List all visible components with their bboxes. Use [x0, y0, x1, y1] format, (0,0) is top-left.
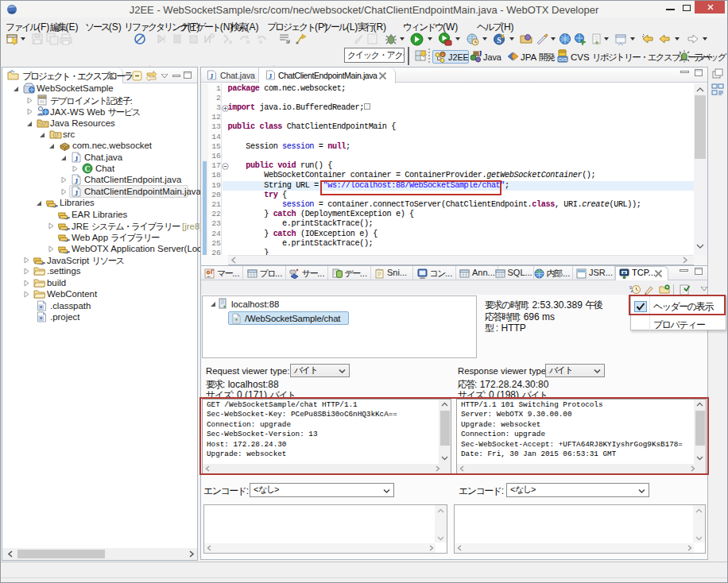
svg-text:0: 0 — [629, 285, 632, 290]
svg-text:C: C — [85, 165, 91, 173]
svg-text:1010: 1010 — [39, 95, 47, 99]
svg-text:J: J — [75, 189, 79, 197]
svg-text:J: J — [75, 177, 79, 185]
svg-text:J: J — [478, 50, 482, 58]
svg-text:CVS: CVS — [558, 57, 567, 62]
svg-text:S: S — [497, 36, 501, 44]
svg-text:J: J — [75, 155, 79, 163]
